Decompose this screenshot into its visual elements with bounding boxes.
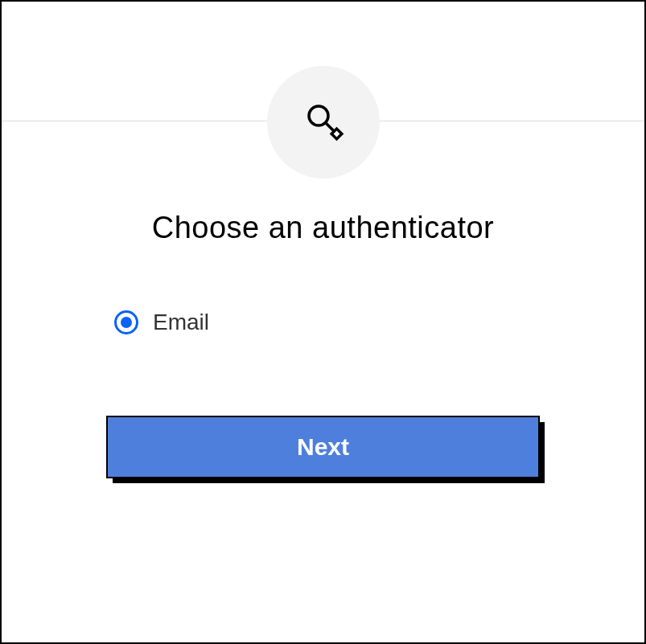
next-button-wrap: Next — [106, 416, 540, 478]
radio-indicator — [114, 310, 138, 334]
radio-label: Email — [153, 310, 209, 335]
page-title: Choose an authenticator — [106, 211, 540, 245]
main-content: Choose an authenticator Email Next — [106, 211, 540, 478]
radio-option-email[interactable]: Email — [114, 310, 540, 335]
next-button[interactable]: Next — [106, 416, 540, 478]
svg-point-0 — [309, 106, 328, 125]
key-icon — [301, 98, 346, 146]
key-icon-circle — [267, 66, 380, 178]
